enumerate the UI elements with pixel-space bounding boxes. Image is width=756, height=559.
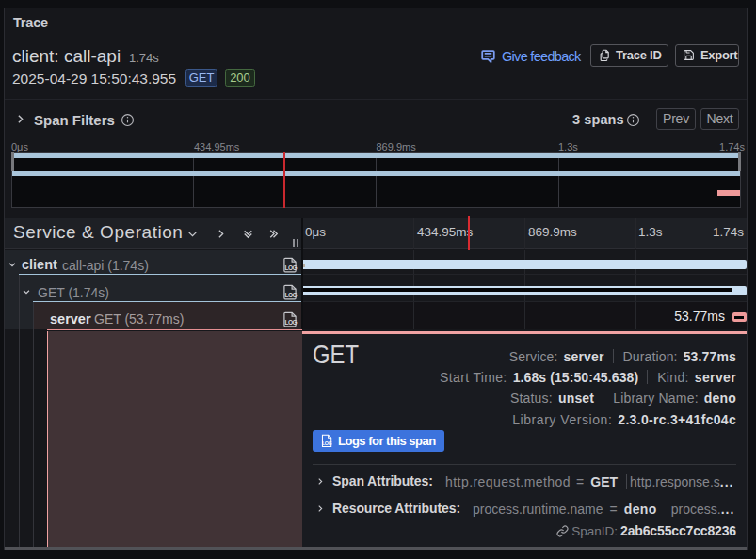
svg-text:LOG: LOG — [284, 292, 297, 298]
svg-text:LOG: LOG — [284, 264, 297, 271]
svg-text:LOG: LOG — [284, 319, 297, 326]
svg-text:LOG: LOG — [322, 440, 332, 446]
